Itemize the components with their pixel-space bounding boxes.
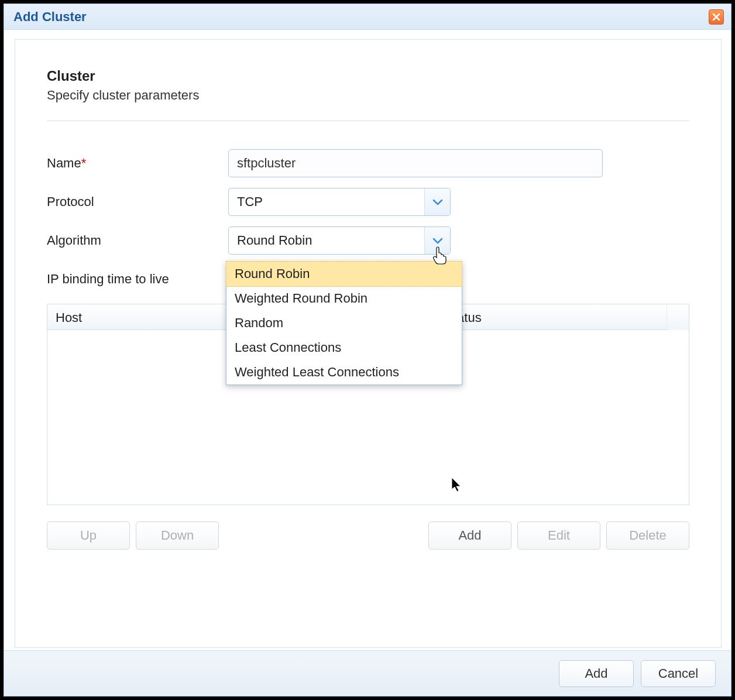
divider [47,121,689,121]
inner-panel: Cluster Specify cluster parameters Name*… [15,39,722,648]
footer-cancel-button[interactable]: Cancel [641,660,716,687]
col-status[interactable]: tatus [445,304,689,330]
btn-group-left: Up Down [47,521,219,550]
btn-group-right: Add Edit Delete [428,521,689,550]
row-name: Name* [47,149,689,177]
row-algorithm: Algorithm Round Robin [47,227,689,255]
up-button[interactable]: Up [47,521,130,550]
chevron-down-icon [432,237,443,244]
algorithm-value: Round Robin [229,233,424,248]
footer-add-button[interactable]: Add [559,660,634,687]
down-button[interactable]: Down [136,521,219,550]
protocol-label: Protocol [47,194,228,210]
section-subheading: Specify cluster parameters [47,88,689,103]
add-host-button[interactable]: Add [428,521,511,550]
title-bar: Add Cluster [4,4,731,30]
grid-scroll-corner [667,304,689,330]
dialog-title: Add Cluster [13,9,87,25]
dropdown-item-round-robin[interactable]: Round Robin [226,261,462,287]
dropdown-item-weighted-least-connections[interactable]: Weighted Least Connections [226,360,462,385]
dialog-footer: Add Cancel [4,650,731,696]
required-star: * [81,156,87,170]
protocol-value: TCP [229,194,424,210]
row-protocol: Protocol TCP [47,188,689,216]
name-label: Name* [47,156,228,171]
algorithm-trigger[interactable] [424,227,450,254]
dropdown-item-random[interactable]: Random [226,311,462,335]
algorithm-label: Algorithm [47,233,228,248]
protocol-trigger[interactable] [424,188,450,215]
grid-button-row: Up Down Add Edit Delete [47,521,689,550]
algorithm-combo[interactable]: Round Robin [228,227,451,255]
dropdown-item-least-connections[interactable]: Least Connections [226,335,462,360]
chevron-down-icon [432,198,443,205]
ipbind-label: IP binding time to live [47,272,228,287]
section-heading: Cluster [47,68,689,84]
edit-host-button[interactable]: Edit [517,521,600,550]
add-cluster-dialog: Add Cluster Cluster Specify cluster para… [4,4,731,696]
algorithm-dropdown[interactable]: Round Robin Weighted Round Robin Random … [226,261,462,385]
dropdown-item-weighted-round-robin[interactable]: Weighted Round Robin [226,286,462,311]
name-input[interactable] [228,149,603,177]
delete-host-button[interactable]: Delete [606,521,689,550]
protocol-combo[interactable]: TCP [228,188,451,216]
close-icon[interactable] [709,9,724,25]
